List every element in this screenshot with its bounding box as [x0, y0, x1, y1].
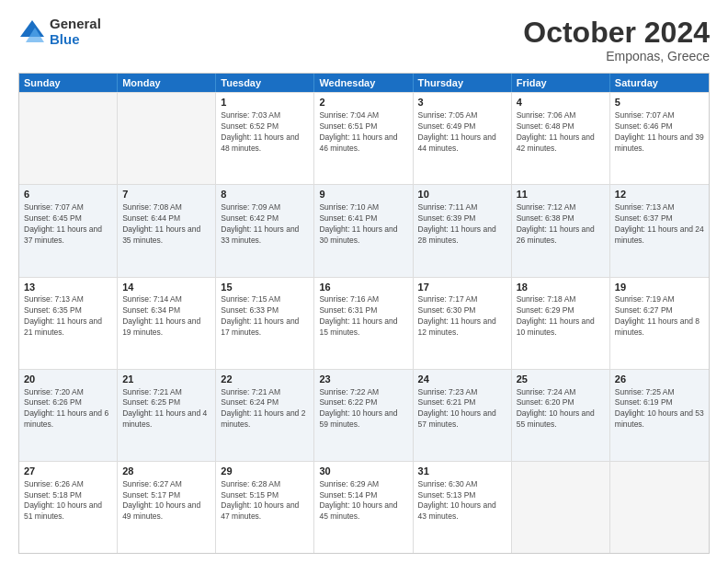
cell-info: Sunrise: 7:04 AM Sunset: 6:51 PM Dayligh… [319, 110, 407, 155]
cell-info: Sunrise: 7:19 AM Sunset: 6:27 PM Dayligh… [615, 294, 704, 339]
calendar-cell: 11Sunrise: 7:12 AM Sunset: 6:38 PM Dayli… [512, 185, 610, 276]
cell-info: Sunrise: 7:18 AM Sunset: 6:29 PM Dayligh… [517, 294, 605, 339]
cell-info: Sunrise: 6:26 AM Sunset: 5:18 PM Dayligh… [24, 479, 112, 523]
cell-info: Sunrise: 7:03 AM Sunset: 6:52 PM Dayligh… [221, 110, 309, 155]
day-number: 12 [615, 188, 704, 201]
calendar-day-header: Monday [118, 74, 216, 92]
day-number: 26 [615, 373, 704, 386]
day-number: 2 [319, 96, 407, 109]
calendar-cell: 20Sunrise: 7:20 AM Sunset: 6:26 PM Dayli… [19, 370, 118, 461]
day-number: 27 [24, 465, 112, 478]
calendar-cell [19, 93, 118, 184]
calendar-cell: 4Sunrise: 7:06 AM Sunset: 6:48 PM Daylig… [512, 93, 610, 184]
cell-info: Sunrise: 7:14 AM Sunset: 6:34 PM Dayligh… [122, 294, 210, 339]
day-number: 17 [418, 281, 506, 294]
calendar-cell: 9Sunrise: 7:10 AM Sunset: 6:41 PM Daylig… [314, 185, 413, 276]
cell-info: Sunrise: 7:24 AM Sunset: 6:20 PM Dayligh… [517, 387, 605, 431]
day-number: 23 [319, 373, 407, 386]
calendar-cell: 22Sunrise: 7:21 AM Sunset: 6:24 PM Dayli… [216, 370, 314, 461]
logo-blue-text: Blue [50, 32, 101, 48]
cell-info: Sunrise: 7:15 AM Sunset: 6:33 PM Dayligh… [221, 294, 309, 339]
calendar-cell: 14Sunrise: 7:14 AM Sunset: 6:34 PM Dayli… [118, 278, 216, 369]
day-number: 15 [221, 281, 309, 294]
calendar-cell: 26Sunrise: 7:25 AM Sunset: 6:19 PM Dayli… [610, 370, 709, 461]
title-block: October 2024 Emponas, Greece [523, 17, 710, 63]
cell-info: Sunrise: 7:16 AM Sunset: 6:31 PM Dayligh… [319, 294, 407, 339]
calendar-cell: 6Sunrise: 7:07 AM Sunset: 6:45 PM Daylig… [19, 185, 118, 276]
day-number: 11 [517, 188, 605, 201]
calendar: SundayMondayTuesdayWednesdayThursdayFrid… [18, 73, 710, 554]
day-number: 9 [319, 188, 407, 201]
calendar-cell: 10Sunrise: 7:11 AM Sunset: 6:39 PM Dayli… [414, 185, 512, 276]
calendar-cell: 24Sunrise: 7:23 AM Sunset: 6:21 PM Dayli… [414, 370, 512, 461]
cell-info: Sunrise: 7:21 AM Sunset: 6:24 PM Dayligh… [221, 387, 309, 431]
day-number: 18 [517, 281, 605, 294]
calendar-day-header: Saturday [610, 74, 709, 92]
cell-info: Sunrise: 7:06 AM Sunset: 6:48 PM Dayligh… [517, 110, 605, 155]
calendar-row: 1Sunrise: 7:03 AM Sunset: 6:52 PM Daylig… [19, 92, 709, 184]
calendar-cell: 3Sunrise: 7:05 AM Sunset: 6:49 PM Daylig… [414, 93, 512, 184]
day-number: 16 [319, 281, 407, 294]
calendar-cell: 2Sunrise: 7:04 AM Sunset: 6:51 PM Daylig… [314, 93, 413, 184]
cell-info: Sunrise: 7:20 AM Sunset: 6:26 PM Dayligh… [24, 387, 112, 431]
calendar-cell: 18Sunrise: 7:18 AM Sunset: 6:29 PM Dayli… [512, 278, 610, 369]
cell-info: Sunrise: 7:08 AM Sunset: 6:44 PM Dayligh… [122, 202, 210, 247]
calendar-cell [118, 93, 216, 184]
calendar-row: 6Sunrise: 7:07 AM Sunset: 6:45 PM Daylig… [19, 184, 709, 276]
month-title: October 2024 [523, 17, 710, 49]
logo-icon [18, 18, 46, 46]
cell-info: Sunrise: 7:22 AM Sunset: 6:22 PM Dayligh… [319, 387, 407, 431]
cell-info: Sunrise: 7:17 AM Sunset: 6:30 PM Dayligh… [418, 294, 506, 339]
calendar-day-header: Wednesday [314, 74, 413, 92]
calendar-cell [610, 462, 709, 553]
calendar-day-header: Thursday [414, 74, 512, 92]
cell-info: Sunrise: 6:30 AM Sunset: 5:13 PM Dayligh… [418, 479, 506, 523]
calendar-cell: 21Sunrise: 7:21 AM Sunset: 6:25 PM Dayli… [118, 370, 216, 461]
calendar-cell: 12Sunrise: 7:13 AM Sunset: 6:37 PM Dayli… [610, 185, 709, 276]
day-number: 13 [24, 281, 112, 294]
cell-info: Sunrise: 7:07 AM Sunset: 6:46 PM Dayligh… [615, 110, 704, 155]
calendar-cell: 19Sunrise: 7:19 AM Sunset: 6:27 PM Dayli… [610, 278, 709, 369]
cell-info: Sunrise: 7:25 AM Sunset: 6:19 PM Dayligh… [615, 387, 704, 431]
cell-info: Sunrise: 7:13 AM Sunset: 6:37 PM Dayligh… [615, 202, 704, 247]
calendar-cell: 16Sunrise: 7:16 AM Sunset: 6:31 PM Dayli… [314, 278, 413, 369]
calendar-cell: 13Sunrise: 7:13 AM Sunset: 6:35 PM Dayli… [19, 278, 118, 369]
calendar-cell: 30Sunrise: 6:29 AM Sunset: 5:14 PM Dayli… [314, 462, 413, 553]
cell-info: Sunrise: 7:10 AM Sunset: 6:41 PM Dayligh… [319, 202, 407, 247]
page-header: General Blue October 2024 Emponas, Greec… [18, 17, 710, 63]
day-number: 21 [122, 373, 210, 386]
day-number: 7 [122, 188, 210, 201]
day-number: 20 [24, 373, 112, 386]
day-number: 29 [221, 465, 309, 478]
calendar-cell: 25Sunrise: 7:24 AM Sunset: 6:20 PM Dayli… [512, 370, 610, 461]
location: Emponas, Greece [523, 49, 710, 63]
day-number: 4 [517, 96, 605, 109]
calendar-cell: 8Sunrise: 7:09 AM Sunset: 6:42 PM Daylig… [216, 185, 314, 276]
calendar-cell: 7Sunrise: 7:08 AM Sunset: 6:44 PM Daylig… [118, 185, 216, 276]
day-number: 31 [418, 465, 506, 478]
cell-info: Sunrise: 6:27 AM Sunset: 5:17 PM Dayligh… [122, 479, 210, 523]
cell-info: Sunrise: 7:23 AM Sunset: 6:21 PM Dayligh… [418, 387, 506, 431]
day-number: 24 [418, 373, 506, 386]
day-number: 6 [24, 188, 112, 201]
day-number: 28 [122, 465, 210, 478]
calendar-cell: 28Sunrise: 6:27 AM Sunset: 5:17 PM Dayli… [118, 462, 216, 553]
day-number: 5 [615, 96, 704, 109]
calendar-day-header: Friday [512, 74, 610, 92]
calendar-cell [512, 462, 610, 553]
cell-info: Sunrise: 6:28 AM Sunset: 5:15 PM Dayligh… [221, 479, 309, 523]
day-number: 1 [221, 96, 309, 109]
cell-info: Sunrise: 7:13 AM Sunset: 6:35 PM Dayligh… [24, 294, 112, 339]
calendar-cell: 23Sunrise: 7:22 AM Sunset: 6:22 PM Dayli… [314, 370, 413, 461]
logo-general-text: General [50, 17, 101, 32]
calendar-header: SundayMondayTuesdayWednesdayThursdayFrid… [19, 74, 709, 92]
calendar-cell: 15Sunrise: 7:15 AM Sunset: 6:33 PM Dayli… [216, 278, 314, 369]
cell-info: Sunrise: 7:12 AM Sunset: 6:38 PM Dayligh… [517, 202, 605, 247]
calendar-row: 27Sunrise: 6:26 AM Sunset: 5:18 PM Dayli… [19, 461, 709, 553]
day-number: 19 [615, 281, 704, 294]
calendar-day-header: Sunday [19, 74, 118, 92]
logo: General Blue [18, 17, 101, 47]
calendar-day-header: Tuesday [216, 74, 314, 92]
cell-info: Sunrise: 7:09 AM Sunset: 6:42 PM Dayligh… [221, 202, 309, 247]
calendar-row: 13Sunrise: 7:13 AM Sunset: 6:35 PM Dayli… [19, 277, 709, 369]
